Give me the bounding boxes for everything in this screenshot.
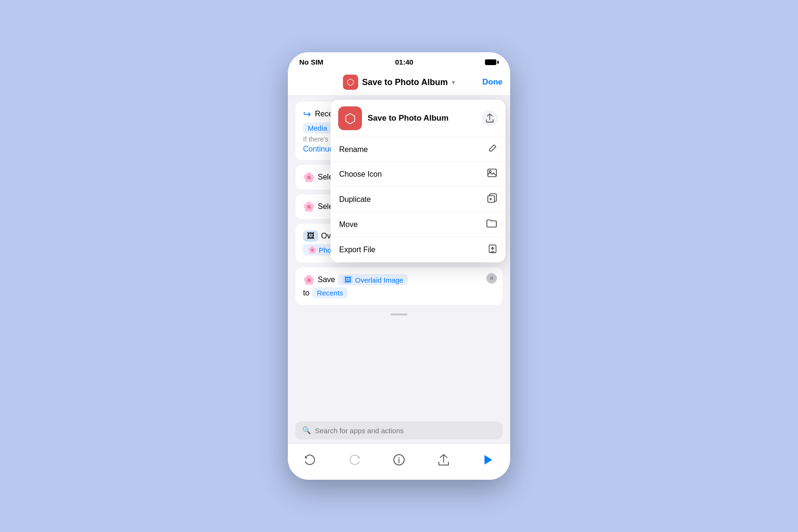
choose-icon-item[interactable]: Choose Icon	[331, 162, 505, 187]
dropdown-header: ⬡ Save to Photo Album	[331, 100, 505, 137]
image-icon	[487, 169, 497, 180]
dropdown-share-button[interactable]	[482, 110, 498, 126]
export-icon	[488, 244, 497, 256]
duplicate-item[interactable]: Duplicate	[331, 187, 505, 212]
move-label: Move	[339, 220, 358, 229]
export-file-item[interactable]: Export File	[331, 237, 505, 262]
dropdown-app-icon: ⬡	[338, 106, 362, 130]
rename-label: Rename	[339, 145, 368, 154]
folder-icon	[486, 219, 497, 230]
choose-icon-label: Choose Icon	[339, 170, 382, 179]
dropdown-overlay: ⬡ Save to Photo Album Rename	[288, 52, 510, 480]
dropdown-title: Save to Photo Album	[368, 114, 476, 123]
svg-rect-0	[488, 169, 496, 177]
rename-icon	[488, 144, 497, 155]
move-item[interactable]: Move	[331, 212, 505, 237]
export-file-label: Export File	[339, 246, 375, 254]
rename-item[interactable]: Rename	[331, 137, 505, 162]
phone-frame: No SIM 01:40 ⬡ Save to Photo Album ▾ Don…	[288, 52, 510, 480]
dropdown-menu: ⬡ Save to Photo Album Rename	[331, 100, 505, 262]
duplicate-label: Duplicate	[339, 195, 371, 204]
duplicate-icon	[487, 193, 497, 205]
